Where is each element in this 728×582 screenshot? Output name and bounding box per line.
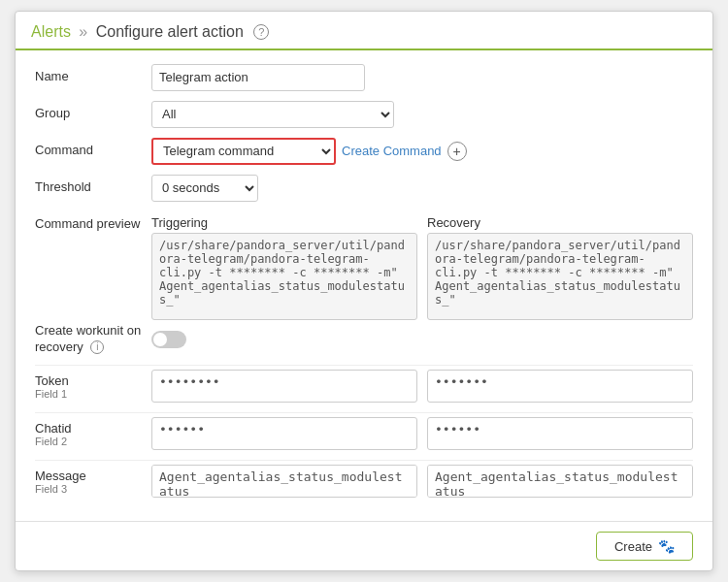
breadcrumb: Alerts » Configure alert action ? — [31, 23, 697, 41]
create-icon: 🐾 — [658, 538, 675, 554]
group-control: All — [151, 101, 693, 128]
workunit-label: Create workunit on recovery i — [35, 323, 151, 356]
info-icon[interactable]: i — [90, 340, 104, 354]
recovery-col: Recovery — [427, 215, 693, 323]
threshold-control: 0 seconds 1 second 5 seconds 10 seconds — [151, 175, 693, 202]
workunit-label-text: Create workunit on recovery — [35, 323, 141, 354]
threshold-label: Threshold — [35, 175, 151, 194]
create-button[interactable]: Create 🐾 — [596, 532, 693, 561]
help-icon[interactable]: ? — [253, 24, 269, 40]
token-label-col: Token Field 1 — [35, 370, 151, 400]
fields-section: Token Field 1 •••••••• ••••••• Chatid Fi… — [35, 365, 693, 498]
triggering-preview — [151, 233, 417, 320]
threshold-row: Threshold 0 seconds 1 second 5 seconds 1… — [35, 175, 693, 202]
recovery-label: Recovery — [427, 215, 693, 230]
chatid-triggering-input[interactable]: •••••• — [151, 417, 417, 450]
create-label: Create — [614, 539, 652, 554]
chatid-sub: Field 2 — [35, 436, 151, 447]
message-label: Message — [35, 469, 151, 483]
command-preview-row: Command preview Triggering Recovery — [35, 211, 693, 323]
group-label: Group — [35, 101, 151, 120]
chatid-recovery-input[interactable]: •••••• — [427, 417, 693, 450]
name-input[interactable] — [151, 64, 365, 91]
add-command-button[interactable]: + — [447, 142, 467, 161]
threshold-select[interactable]: 0 seconds 1 second 5 seconds 10 seconds — [151, 175, 258, 202]
preview-cols: Triggering Recovery — [151, 215, 693, 323]
preview-content: Triggering Recovery — [151, 211, 693, 323]
command-label: Command — [35, 138, 151, 157]
toggle-slider — [151, 331, 186, 348]
token-sub: Field 1 — [35, 388, 151, 400]
group-row: Group All — [35, 101, 693, 128]
chatid-label: Chatid — [35, 421, 151, 436]
group-select[interactable]: All — [151, 101, 394, 128]
message-recovery-input[interactable] — [427, 465, 693, 498]
token-recovery-input[interactable]: ••••••• — [427, 370, 693, 403]
chatid-inputs: •••••• •••••• — [151, 417, 693, 450]
token-triggering-input[interactable]: •••••••• — [151, 370, 417, 403]
workunit-toggle[interactable] — [151, 331, 186, 348]
message-triggering-input[interactable] — [151, 465, 417, 498]
chatid-row: Chatid Field 2 •••••• •••••• — [35, 412, 693, 450]
recovery-preview — [427, 233, 693, 320]
command-select[interactable]: Telegram command — [151, 138, 336, 165]
breadcrumb-sep: » — [79, 23, 87, 40]
header: Alerts » Configure alert action ? — [16, 12, 712, 50]
token-row: Token Field 1 •••••••• ••••••• — [35, 365, 693, 403]
message-label-col: Message Field 3 — [35, 465, 151, 495]
workunit-row: Create workunit on recovery i — [35, 323, 693, 356]
token-label: Token — [35, 373, 151, 388]
triggering-label: Triggering — [151, 215, 417, 230]
triggering-col: Triggering — [151, 215, 417, 323]
threshold-inner: 0 seconds 1 second 5 seconds 10 seconds — [151, 175, 693, 202]
name-control — [151, 64, 693, 91]
command-inner-row: Telegram command Create Command + — [151, 138, 693, 165]
command-preview-label: Command preview — [35, 211, 151, 231]
command-row: Command Telegram command Create Command … — [35, 138, 693, 165]
command-control: Telegram command Create Command + — [151, 138, 693, 165]
form-content: Name Group All Command Telegram command — [16, 50, 712, 522]
message-row: Message Field 3 — [35, 460, 693, 498]
create-command-link[interactable]: Create Command — [342, 144, 442, 158]
footer: Create 🐾 — [16, 521, 712, 570]
configure-alert-action-window: Alerts » Configure alert action ? Name G… — [15, 11, 713, 572]
breadcrumb-alerts[interactable]: Alerts — [31, 23, 71, 40]
name-label: Name — [35, 64, 151, 83]
chatid-label-col: Chatid Field 2 — [35, 417, 151, 447]
token-inputs: •••••••• ••••••• — [151, 370, 693, 403]
name-row: Name — [35, 64, 693, 91]
message-sub: Field 3 — [35, 483, 151, 495]
message-inputs — [151, 465, 693, 498]
breadcrumb-page: Configure alert action — [96, 23, 244, 40]
